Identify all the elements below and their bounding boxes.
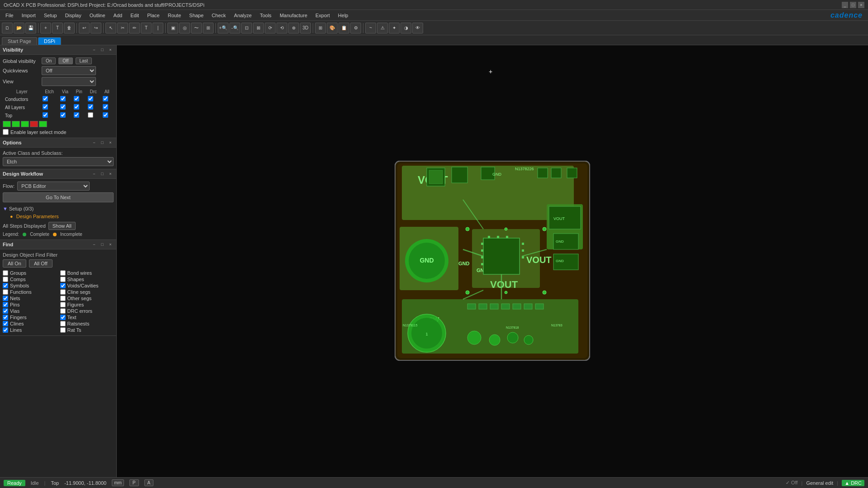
cond-pin-check[interactable]: [74, 96, 79, 101]
save-button[interactable]: 💾: [25, 23, 36, 33]
cond-via-check[interactable]: [60, 96, 66, 101]
groups-check[interactable]: [3, 270, 8, 276]
menu-check[interactable]: Check: [208, 12, 229, 19]
p-button[interactable]: P: [129, 479, 139, 486]
a-button[interactable]: A: [144, 479, 154, 486]
cut-button[interactable]: ✂: [117, 23, 128, 33]
options-minimize-btn[interactable]: −: [91, 139, 97, 146]
active-class-select[interactable]: Etch Via Pin: [3, 157, 114, 166]
zoom-select-button[interactable]: ⊠: [253, 23, 264, 33]
menu-outline[interactable]: Outline: [86, 12, 109, 19]
canvas-area[interactable]: + GND: [117, 45, 868, 477]
visible-button[interactable]: 👁: [412, 23, 423, 33]
close-button[interactable]: ×: [858, 2, 864, 8]
all-etch-check[interactable]: [43, 104, 48, 110]
3d-view-button[interactable]: 3D: [300, 23, 311, 33]
shapes-check[interactable]: [60, 277, 66, 282]
menu-route[interactable]: Route: [164, 12, 185, 19]
visibility-minimize-btn[interactable]: −: [91, 47, 97, 53]
swatch-5[interactable]: [39, 121, 47, 127]
quickviews-select[interactable]: Off: [42, 66, 96, 75]
menu-tools[interactable]: Tools: [256, 12, 275, 19]
select-button[interactable]: ↖: [105, 23, 116, 33]
options-panel-header[interactable]: Options − □ ×: [0, 138, 116, 148]
cond-etch-check[interactable]: [43, 96, 48, 101]
visibility-restore-btn[interactable]: □: [99, 47, 105, 53]
nets-check[interactable]: [3, 296, 8, 301]
functions-check[interactable]: [3, 289, 8, 295]
menu-add[interactable]: Add: [110, 12, 126, 19]
voids-check[interactable]: [60, 283, 66, 288]
workflow-close-btn[interactable]: ×: [107, 171, 114, 177]
find-panel-header[interactable]: Find − □ ×: [0, 240, 116, 249]
redo-button[interactable]: ↪: [91, 23, 101, 33]
all-on-button[interactable]: All On: [3, 259, 26, 268]
menu-file[interactable]: File: [2, 12, 17, 19]
cline-segs-check[interactable]: [60, 289, 66, 295]
top-drc-check[interactable]: [88, 112, 93, 118]
group-button[interactable]: ⊞: [203, 23, 214, 33]
cond-drc-check[interactable]: [88, 96, 93, 101]
go-to-next-button[interactable]: Go To Next: [3, 192, 114, 202]
show-all-button[interactable]: Show All: [48, 222, 76, 230]
find-close-btn[interactable]: ×: [107, 241, 114, 248]
vis-off-button[interactable]: Off: [58, 57, 72, 64]
fingers-check[interactable]: [3, 315, 8, 320]
grid-button[interactable]: ⊞: [315, 23, 326, 33]
zoom-fit-button[interactable]: ⊡: [241, 23, 252, 33]
undo-button[interactable]: ↩: [79, 23, 90, 33]
all-via-check[interactable]: [60, 104, 66, 110]
dim-button[interactable]: ◑: [401, 23, 411, 33]
menu-shape[interactable]: Shape: [186, 12, 207, 19]
view-select[interactable]: [42, 77, 96, 86]
zoom-next-button[interactable]: ⟲: [277, 23, 287, 33]
maximize-button[interactable]: □: [850, 2, 856, 8]
swatch-3[interactable]: [21, 121, 29, 127]
new-button[interactable]: 🗋: [2, 23, 13, 33]
delete-button[interactable]: 🗑: [64, 23, 75, 33]
comps-check[interactable]: [3, 277, 8, 282]
place-button[interactable]: ▣: [167, 23, 178, 33]
swatch-1[interactable]: [3, 121, 11, 127]
swatch-2[interactable]: [12, 121, 20, 127]
ratsnests-check[interactable]: [60, 321, 66, 326]
via-button[interactable]: ◎: [179, 23, 190, 33]
color-button[interactable]: 🎨: [327, 23, 338, 33]
design-params-label[interactable]: Design Parameters: [16, 214, 59, 219]
workflow-panel-header[interactable]: Design Workflow − □ ×: [0, 169, 116, 179]
open-button[interactable]: 📂: [14, 23, 24, 33]
bond-wires-check[interactable]: [60, 270, 66, 276]
rat-ts-check[interactable]: [60, 327, 66, 333]
zoom-all-button[interactable]: ⊕: [288, 23, 299, 33]
flow-select[interactable]: PCB Editor: [17, 182, 90, 191]
options-restore-btn[interactable]: □: [99, 139, 105, 146]
minimize-button[interactable]: _: [842, 2, 848, 8]
unit-button[interactable]: mm: [112, 479, 124, 486]
options-close-btn[interactable]: ×: [107, 139, 114, 146]
prop-button[interactable]: ⚙: [350, 23, 361, 33]
tab-start-page[interactable]: Start Page: [2, 37, 37, 45]
top-etch-check[interactable]: [43, 112, 48, 118]
top-via-check[interactable]: [60, 112, 66, 118]
menu-place[interactable]: Place: [143, 12, 163, 19]
top-pin-check[interactable]: [74, 112, 79, 118]
menu-import[interactable]: Import: [18, 12, 39, 19]
add-button[interactable]: +: [40, 23, 51, 33]
symbols-check[interactable]: [3, 283, 8, 288]
all-pin-check[interactable]: [74, 104, 79, 110]
find-restore-btn[interactable]: □: [99, 241, 105, 248]
ratsnest-button[interactable]: ~: [365, 23, 376, 33]
zoom-out-button[interactable]: -🔍: [229, 23, 240, 33]
vis-on-button[interactable]: On: [42, 57, 56, 64]
vias-check[interactable]: [3, 308, 8, 314]
all-off-button[interactable]: All Off: [29, 259, 52, 268]
text-button[interactable]: T: [141, 23, 152, 33]
cond-all-check[interactable]: [103, 96, 108, 101]
menu-setup[interactable]: Setup: [40, 12, 61, 19]
drc-errors-check[interactable]: [60, 308, 66, 314]
route-button[interactable]: 〜: [191, 23, 202, 33]
visibility-panel-header[interactable]: Visibility − □ ×: [0, 45, 116, 55]
figures-check[interactable]: [60, 302, 66, 307]
line-button[interactable]: |: [153, 23, 163, 33]
other-segs-check[interactable]: [60, 296, 66, 301]
